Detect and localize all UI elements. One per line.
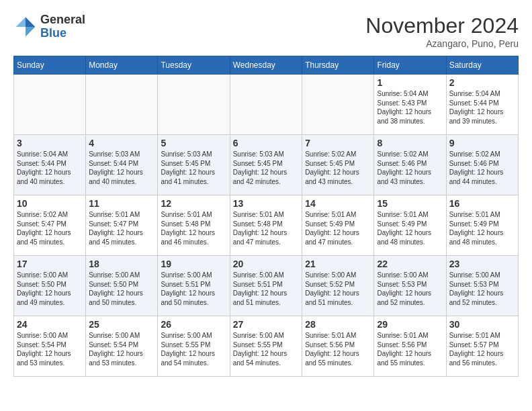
- day-info: Sunrise: 5:03 AM Sunset: 5:45 PM Dayligh…: [233, 150, 300, 186]
- day-number: 28: [305, 319, 371, 330]
- calendar-cell: 30Sunrise: 5:01 AM Sunset: 5:57 PM Dayli…: [446, 316, 518, 377]
- calendar-cell: 14Sunrise: 5:01 AM Sunset: 5:49 PM Dayli…: [302, 195, 374, 256]
- svg-marker-1: [26, 27, 35, 36]
- header-friday: Friday: [374, 56, 446, 75]
- day-info: Sunrise: 5:02 AM Sunset: 5:45 PM Dayligh…: [305, 150, 371, 186]
- header-monday: Monday: [86, 56, 158, 75]
- day-number: 14: [305, 198, 371, 209]
- day-number: 27: [233, 319, 300, 330]
- title-block: November 2024 Azangaro, Puno, Peru: [365, 13, 519, 49]
- calendar-cell: 15Sunrise: 5:01 AM Sunset: 5:49 PM Dayli…: [374, 195, 446, 256]
- day-info: Sunrise: 5:01 AM Sunset: 5:56 PM Dayligh…: [305, 331, 371, 367]
- day-info: Sunrise: 5:00 AM Sunset: 5:51 PM Dayligh…: [233, 271, 300, 307]
- day-number: 19: [161, 259, 226, 269]
- calendar-cell: [302, 75, 374, 135]
- day-info: Sunrise: 5:02 AM Sunset: 5:47 PM Dayligh…: [17, 210, 83, 246]
- calendar-cell: 17Sunrise: 5:00 AM Sunset: 5:50 PM Dayli…: [14, 256, 86, 316]
- calendar-cell: 29Sunrise: 5:01 AM Sunset: 5:56 PM Dayli…: [374, 316, 446, 377]
- day-number: 26: [161, 319, 226, 330]
- day-number: 24: [17, 319, 83, 330]
- calendar-cell: 12Sunrise: 5:01 AM Sunset: 5:48 PM Dayli…: [158, 195, 230, 256]
- day-info: Sunrise: 5:00 AM Sunset: 5:55 PM Dayligh…: [161, 331, 226, 367]
- calendar-cell: 9Sunrise: 5:02 AM Sunset: 5:46 PM Daylig…: [446, 135, 518, 195]
- day-info: Sunrise: 5:00 AM Sunset: 5:50 PM Dayligh…: [17, 271, 83, 307]
- day-info: Sunrise: 5:00 AM Sunset: 5:54 PM Dayligh…: [89, 331, 154, 367]
- day-info: Sunrise: 5:04 AM Sunset: 5:44 PM Dayligh…: [17, 150, 83, 186]
- day-number: 21: [305, 259, 371, 269]
- calendar-cell: [158, 75, 230, 135]
- calendar-cell: 21Sunrise: 5:00 AM Sunset: 5:52 PM Dayli…: [302, 256, 374, 316]
- day-info: Sunrise: 5:04 AM Sunset: 5:44 PM Dayligh…: [449, 89, 515, 126]
- week-row-4: 17Sunrise: 5:00 AM Sunset: 5:50 PM Dayli…: [14, 256, 519, 316]
- svg-marker-0: [26, 17, 35, 26]
- day-number: 5: [161, 138, 226, 148]
- day-info: Sunrise: 5:03 AM Sunset: 5:44 PM Dayligh…: [89, 150, 154, 186]
- calendar-cell: 27Sunrise: 5:00 AM Sunset: 5:55 PM Dayli…: [230, 316, 302, 377]
- day-info: Sunrise: 5:01 AM Sunset: 5:57 PM Dayligh…: [449, 331, 515, 367]
- day-info: Sunrise: 5:02 AM Sunset: 5:46 PM Dayligh…: [377, 150, 443, 186]
- calendar-cell: 6Sunrise: 5:03 AM Sunset: 5:45 PM Daylig…: [230, 135, 302, 195]
- logo-text: General Blue: [40, 13, 85, 40]
- logo-general: General: [40, 13, 85, 27]
- calendar-cell: 3Sunrise: 5:04 AM Sunset: 5:44 PM Daylig…: [14, 135, 86, 195]
- location: Azangaro, Puno, Peru: [365, 38, 519, 49]
- svg-marker-2: [16, 17, 26, 26]
- day-number: 7: [305, 138, 371, 148]
- day-info: Sunrise: 5:01 AM Sunset: 5:47 PM Dayligh…: [89, 210, 154, 246]
- calendar-cell: 23Sunrise: 5:00 AM Sunset: 5:53 PM Dayli…: [446, 256, 518, 316]
- calendar-cell: 5Sunrise: 5:03 AM Sunset: 5:45 PM Daylig…: [158, 135, 230, 195]
- calendar-cell: 1Sunrise: 5:04 AM Sunset: 5:43 PM Daylig…: [374, 75, 446, 135]
- day-info: Sunrise: 5:03 AM Sunset: 5:45 PM Dayligh…: [161, 150, 226, 186]
- week-row-5: 24Sunrise: 5:00 AM Sunset: 5:54 PM Dayli…: [14, 316, 519, 377]
- calendar-cell: 7Sunrise: 5:02 AM Sunset: 5:45 PM Daylig…: [302, 135, 374, 195]
- day-info: Sunrise: 5:01 AM Sunset: 5:49 PM Dayligh…: [377, 210, 443, 246]
- day-number: 4: [89, 138, 154, 148]
- day-number: 2: [449, 77, 515, 88]
- calendar-cell: 16Sunrise: 5:01 AM Sunset: 5:49 PM Dayli…: [446, 195, 518, 256]
- day-number: 1: [377, 77, 443, 88]
- calendar-cell: 28Sunrise: 5:01 AM Sunset: 5:56 PM Dayli…: [302, 316, 374, 377]
- day-number: 11: [89, 198, 154, 209]
- calendar-body: 1Sunrise: 5:04 AM Sunset: 5:43 PM Daylig…: [14, 75, 519, 377]
- calendar-cell: 22Sunrise: 5:00 AM Sunset: 5:53 PM Dayli…: [374, 256, 446, 316]
- calendar-cell: 19Sunrise: 5:00 AM Sunset: 5:51 PM Dayli…: [158, 256, 230, 316]
- header-sunday: Sunday: [14, 56, 86, 75]
- day-number: 23: [449, 259, 515, 269]
- calendar-cell: [86, 75, 158, 135]
- day-number: 17: [17, 259, 83, 269]
- calendar-cell: 24Sunrise: 5:00 AM Sunset: 5:54 PM Dayli…: [14, 316, 86, 377]
- calendar-cell: 4Sunrise: 5:03 AM Sunset: 5:44 PM Daylig…: [86, 135, 158, 195]
- day-info: Sunrise: 5:04 AM Sunset: 5:43 PM Dayligh…: [377, 89, 443, 126]
- day-number: 10: [17, 198, 83, 209]
- header-saturday: Saturday: [446, 56, 518, 75]
- day-info: Sunrise: 5:00 AM Sunset: 5:51 PM Dayligh…: [161, 271, 226, 307]
- day-info: Sunrise: 5:01 AM Sunset: 5:48 PM Dayligh…: [233, 210, 300, 246]
- calendar-cell: [230, 75, 302, 135]
- calendar-cell: 18Sunrise: 5:00 AM Sunset: 5:50 PM Dayli…: [86, 256, 158, 316]
- header-tuesday: Tuesday: [158, 56, 230, 75]
- month-title: November 2024: [365, 13, 519, 38]
- day-info: Sunrise: 5:01 AM Sunset: 5:56 PM Dayligh…: [377, 331, 443, 367]
- header-wednesday: Wednesday: [230, 56, 302, 75]
- logo: General Blue: [13, 13, 85, 40]
- calendar-table: SundayMondayTuesdayWednesdayThursdayFrid…: [13, 56, 519, 377]
- logo-blue: Blue: [40, 27, 85, 40]
- calendar-cell: 8Sunrise: 5:02 AM Sunset: 5:46 PM Daylig…: [374, 135, 446, 195]
- day-number: 12: [161, 198, 226, 209]
- day-info: Sunrise: 5:01 AM Sunset: 5:49 PM Dayligh…: [305, 210, 371, 246]
- day-number: 3: [17, 138, 83, 148]
- week-row-1: 1Sunrise: 5:04 AM Sunset: 5:43 PM Daylig…: [14, 75, 519, 135]
- week-row-2: 3Sunrise: 5:04 AM Sunset: 5:44 PM Daylig…: [14, 135, 519, 195]
- day-info: Sunrise: 5:00 AM Sunset: 5:53 PM Dayligh…: [377, 271, 443, 307]
- day-info: Sunrise: 5:01 AM Sunset: 5:49 PM Dayligh…: [449, 210, 515, 246]
- logo-icon: [13, 15, 38, 39]
- calendar-cell: 20Sunrise: 5:00 AM Sunset: 5:51 PM Dayli…: [230, 256, 302, 316]
- calendar-cell: 13Sunrise: 5:01 AM Sunset: 5:48 PM Dayli…: [230, 195, 302, 256]
- day-number: 13: [233, 198, 300, 209]
- day-info: Sunrise: 5:00 AM Sunset: 5:52 PM Dayligh…: [305, 271, 371, 307]
- day-info: Sunrise: 5:00 AM Sunset: 5:55 PM Dayligh…: [233, 331, 300, 367]
- calendar-header: SundayMondayTuesdayWednesdayThursdayFrid…: [14, 56, 519, 75]
- day-number: 20: [233, 259, 300, 269]
- day-info: Sunrise: 5:01 AM Sunset: 5:48 PM Dayligh…: [161, 210, 226, 246]
- day-number: 15: [377, 198, 443, 209]
